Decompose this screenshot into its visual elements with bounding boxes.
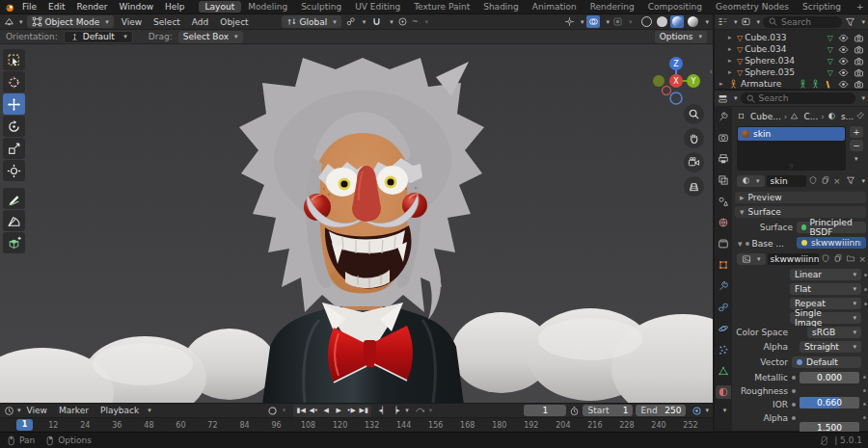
option-dropdown-single-image[interactable]: Single Image▾ (790, 312, 861, 324)
topbar-menu-help[interactable]: Help (159, 2, 191, 12)
timeline-menu-marker[interactable]: Marker (53, 406, 95, 415)
show-gizmo-icon[interactable] (564, 16, 575, 27)
vector-dropdown[interactable]: Default (792, 356, 861, 368)
keyframe-dot[interactable] (863, 416, 866, 419)
hide-eye-icon[interactable] (838, 56, 849, 66)
playhead[interactable]: 1 (16, 419, 33, 431)
tool-scale-button[interactable] (3, 138, 25, 159)
breadcrumb-s-[interactable]: s... (841, 112, 854, 121)
snap-magnet-icon[interactable] (369, 15, 383, 28)
disable-render-camera-icon[interactable] (854, 67, 864, 78)
properties-tab-particles[interactable] (716, 343, 731, 356)
properties-tab-output[interactable] (716, 152, 731, 166)
expand-arrow-icon[interactable]: ▸ (728, 68, 735, 76)
decorate-dot[interactable] (792, 416, 796, 420)
viewport-pan-button[interactable] (684, 128, 704, 148)
shading-material-preview-icon[interactable] (670, 15, 684, 28)
hide-eye-icon[interactable] (838, 33, 849, 43)
material-slot-skin[interactable]: skin (738, 127, 845, 141)
colorspace-dropdown[interactable]: sRGB▾ (807, 327, 861, 338)
disable-render-camera-icon[interactable] (854, 56, 864, 66)
options-dropdown[interactable]: Options ▾ (655, 31, 707, 43)
unlink-material-icon[interactable]: × (833, 176, 841, 186)
editor-type-caret[interactable]: ▾ (19, 18, 23, 26)
tool-move-button[interactable] (3, 93, 25, 115)
open-image-folder-icon[interactable] (846, 253, 856, 264)
proportional-editing-icon[interactable] (397, 16, 408, 27)
properties-tab-collection[interactable] (716, 237, 731, 250)
hide-eye-icon[interactable] (838, 44, 849, 55)
current-frame-field[interactable]: 1 (524, 405, 566, 416)
topbar-menu-render[interactable]: Render (71, 2, 114, 12)
material-name-field[interactable]: skin (767, 175, 806, 187)
tool-transform-button[interactable] (3, 160, 25, 181)
record-icon[interactable] (267, 406, 278, 416)
tool-cursor-button[interactable] (3, 71, 25, 92)
shading-wireframe-icon[interactable] (639, 15, 653, 28)
outliner-item-cube-034[interactable]: ▸▽Cube.034▽ (715, 43, 868, 55)
viewport-menu-select[interactable]: Select (148, 17, 186, 27)
timeline-menu-playback[interactable]: Playback (95, 406, 145, 415)
breadcrumb-cube-[interactable]: Cube... (750, 112, 781, 121)
next-keyframe-button[interactable]: •▶ (345, 405, 357, 416)
slider-roughness[interactable]: 0.660 (800, 397, 859, 408)
sidebar-collapse-arrow[interactable]: ‹ (710, 67, 713, 76)
slot-specials-caret[interactable]: ▾ (854, 155, 866, 165)
outliner-item-armature[interactable]: ▸Armature (715, 78, 868, 90)
workspace-tab-uv-editing[interactable]: UV Editing (348, 1, 407, 13)
prev-keyframe-button[interactable]: ◀• (308, 405, 319, 416)
fake-user-icon[interactable] (808, 175, 819, 186)
tool-add-cube-button[interactable] (3, 232, 25, 253)
workspace-tab-texture-paint[interactable]: Texture Paint (407, 1, 476, 13)
outliner-item-sphere-034[interactable]: ▸▽Sphere.034▽ (715, 55, 868, 66)
orientation-default-dropdown[interactable]: Default ▾ (64, 31, 133, 43)
keyframe-dot[interactable] (864, 274, 867, 277)
image-name-field[interactable]: skwwwiiinnn.... (768, 253, 820, 265)
alphamode-dropdown[interactable]: Straight▾ (800, 341, 861, 353)
base-color-value[interactable]: skwwwiiinnn.p... (797, 237, 866, 249)
properties-tab-data[interactable] (716, 364, 731, 378)
frame-back-button[interactable]: ◂▏ (377, 405, 389, 416)
properties-tab-physics[interactable] (716, 322, 731, 335)
shading-rendered-icon[interactable] (686, 15, 699, 28)
viewport-menu-view[interactable]: View (116, 17, 148, 27)
shading-solid-icon[interactable] (655, 15, 668, 28)
add-slot-button[interactable]: + (850, 126, 863, 138)
image-browse-dropdown[interactable]: ▾ (737, 253, 766, 265)
properties-tab-scene[interactable] (716, 195, 731, 208)
disable-render-camera-icon[interactable] (854, 33, 864, 43)
timeline-menu-view[interactable]: View (21, 406, 53, 415)
expand-arrow-icon[interactable]: ▸ (728, 45, 735, 53)
unlink-image-icon[interactable]: × (858, 254, 866, 264)
xray-toggle-icon[interactable] (612, 16, 623, 27)
orientation-dropdown[interactable]: Global ▾ (282, 15, 341, 28)
jump-end-button[interactable]: ▶▮ (358, 405, 369, 416)
editor-type-icon[interactable] (4, 16, 14, 27)
hide-eye-icon[interactable] (838, 67, 849, 78)
navigation-gizmo[interactable]: Z X Y (649, 52, 703, 106)
viewport-zoom-button[interactable] (684, 104, 704, 124)
tool-annotate-button[interactable] (3, 188, 25, 209)
disable-render-camera-icon[interactable] (854, 79, 864, 90)
expand-arrow-icon[interactable]: ▸ (728, 34, 735, 41)
blender-logo-icon[interactable] (4, 2, 14, 13)
decorate-dot[interactable] (792, 403, 796, 407)
workspace-tab-rendering[interactable]: Rendering (583, 1, 641, 13)
topbar-menu-window[interactable]: Window (114, 2, 160, 12)
properties-tab-view-layer[interactable] (716, 173, 731, 187)
frame-forward-button[interactable]: ▕▸ (390, 405, 401, 416)
expand-arrow-icon[interactable]: ▸ (728, 57, 735, 65)
mode-dropdown[interactable]: Object Mode ▾ (27, 15, 114, 28)
topbar-menu-edit[interactable]: Edit (42, 2, 70, 12)
topbar-menu-file[interactable]: File (16, 2, 42, 12)
preview-panel-header[interactable]: ▸Preview (735, 192, 866, 203)
keyframe-dot[interactable] (863, 376, 866, 379)
properties-search-input[interactable]: Search (741, 92, 856, 104)
expand-arrow-icon[interactable]: ▸ (719, 80, 726, 88)
jump-start-button[interactable]: ▮◀ (295, 405, 307, 416)
remove-slot-button[interactable]: − (850, 140, 863, 151)
viewport-menu-object[interactable]: Object (214, 17, 254, 27)
viewport-perspective-button[interactable] (684, 176, 704, 197)
workspace-tab-sculpting[interactable]: Sculpting (294, 1, 348, 13)
workspace-tab-layout[interactable]: Layout (199, 1, 242, 13)
